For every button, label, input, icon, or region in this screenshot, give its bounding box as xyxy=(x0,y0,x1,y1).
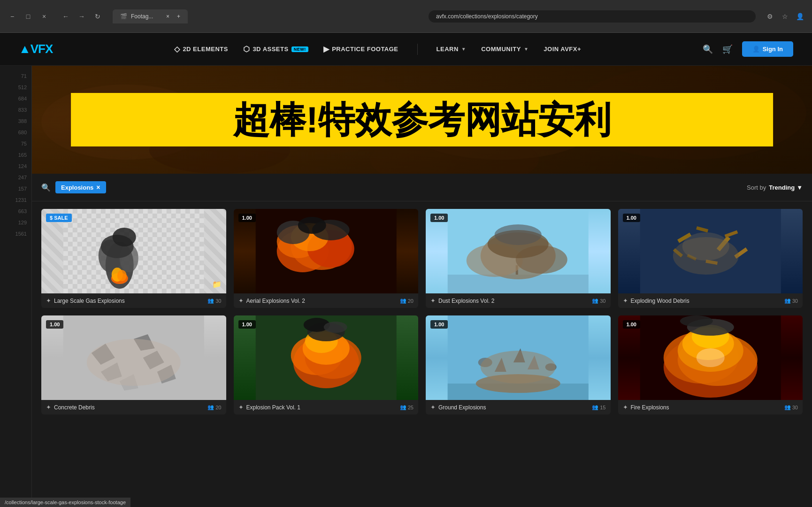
thumb-svg xyxy=(618,209,803,293)
item-type-icon: ✦ xyxy=(430,404,436,411)
signin-button[interactable]: 👤 Sign In xyxy=(742,41,793,57)
count-icon: 👥 xyxy=(784,404,791,410)
list-item[interactable]: 1.00 ✦ Dust Explosions Vol. 2 👥 30 xyxy=(426,209,611,308)
nav-join[interactable]: JOIN AVFX+ xyxy=(544,46,581,53)
thumbnail-fire4: 1.00 xyxy=(618,315,803,400)
item-count: 👥 30 xyxy=(207,298,221,304)
sidebar-num-4: 833 xyxy=(0,104,31,115)
minimize-button[interactable]: − xyxy=(6,10,19,23)
nav-join-label: JOIN AVFX+ xyxy=(544,46,581,53)
item-type-icon: ✦ xyxy=(238,404,244,411)
count-icon: 👥 xyxy=(592,298,598,304)
list-item[interactable]: 1.00 ✦ Ground Explosions 👥 15 xyxy=(426,315,611,415)
address-bar[interactable]: avfx.com/collections/explosions/category xyxy=(429,10,756,23)
sidebar-num-10: 247 xyxy=(0,172,31,183)
price-badge: 1.00 xyxy=(46,320,63,329)
nav-2d-label: 2D ELEMENTS xyxy=(183,46,228,53)
extensions-button[interactable]: ⚙ xyxy=(763,10,776,23)
tab-favicon: 🎬 xyxy=(120,13,127,20)
bottom-url-tooltip: /collections/large-scale-gas-explosions-… xyxy=(0,498,130,507)
refresh-button[interactable]: ↻ xyxy=(91,10,104,23)
user-profile-button[interactable]: 👤 xyxy=(793,10,806,23)
nav-learn[interactable]: LEARN ▼ xyxy=(437,46,467,53)
sidebar-num-1: 71 xyxy=(0,70,31,82)
item-count: 👥 30 xyxy=(784,298,798,304)
item-count: 👥 20 xyxy=(400,298,414,304)
forward-button[interactable]: → xyxy=(75,10,88,23)
search-button[interactable]: 🔍 xyxy=(703,44,713,54)
site-logo[interactable]: ▲VFX xyxy=(19,42,53,56)
sidebar-num-12: 1231 xyxy=(0,194,31,206)
learn-chevron-icon: ▼ xyxy=(461,46,466,52)
hero-yellow-banner: 超棒!特效参考网站安利 xyxy=(71,93,773,146)
browser-tab[interactable]: 🎬 Footag... × + xyxy=(113,9,188,23)
sidebar-num-9: 124 xyxy=(0,161,31,172)
svg-point-82 xyxy=(680,315,712,327)
cart-button[interactable]: 🛒 xyxy=(722,44,733,54)
signin-label: Sign In xyxy=(763,46,783,53)
item-footer: ✦ Aerial Explosions Vol. 2 👥 20 xyxy=(234,293,419,308)
back-button[interactable]: ← xyxy=(59,10,72,23)
nav-3d-assets[interactable]: ⬡ 3D ASSETS New! xyxy=(243,45,308,54)
filter-tag-remove-button[interactable]: × xyxy=(96,184,100,191)
list-item[interactable]: ▶ 下载 视频 2 ▼ xyxy=(41,209,226,308)
price-badge: 1.00 xyxy=(238,320,256,329)
sidebar-num-6: 680 xyxy=(0,127,31,138)
new-badge: New! xyxy=(291,46,308,52)
tab-close-icon[interactable]: × xyxy=(166,13,169,20)
thumb-svg xyxy=(41,315,226,400)
community-chevron-icon: ▼ xyxy=(524,46,529,52)
sidebar-num-15: 1561 xyxy=(0,228,31,239)
count-value: 30 xyxy=(792,298,798,304)
item-type-icon: ✦ xyxy=(623,404,628,411)
filter-tag-explosions[interactable]: Explosions × xyxy=(55,181,106,193)
count-icon: 👥 xyxy=(784,298,791,304)
count-icon: 👥 xyxy=(207,298,214,304)
bookmark-button[interactable]: ☆ xyxy=(778,10,791,23)
list-item[interactable]: 1.00 ✦ Aerial Explosions Vol. 2 👥 20 xyxy=(234,209,419,308)
hero-title: 超棒!特效参考网站安利 xyxy=(90,101,754,138)
count-value: 30 xyxy=(215,298,221,304)
item-footer: ✦ Concrete Debris 👥 20 xyxy=(41,400,226,415)
count-value: 20 xyxy=(408,298,414,304)
item-footer: ✦ Ground Explosions 👥 15 xyxy=(426,400,611,415)
svg-point-54 xyxy=(87,339,181,386)
sort-control: Sort by Trending ▼ xyxy=(747,184,803,191)
thumbnail-wood: 1.00 xyxy=(618,209,803,293)
navbar-center: ◇ 2D ELEMENTS ⬡ 3D ASSETS New! ▶ PRACTIC… xyxy=(174,44,581,55)
nav-learn-label: LEARN xyxy=(437,46,459,53)
list-item[interactable]: 1.00 ✦ Fire Explosions 👥 30 xyxy=(618,315,803,415)
item-count: 👥 25 xyxy=(400,404,414,410)
3d-icon: ⬡ xyxy=(243,45,250,54)
sidebar-num-14: 129 xyxy=(0,217,31,228)
folder-icon: 📁 xyxy=(212,280,222,289)
sort-dropdown[interactable]: Trending ▼ xyxy=(769,184,803,191)
hero-banner: 超棒!特效参考网站安利 xyxy=(32,66,812,174)
item-footer: ✦ Explosion Pack Vol. 1 👥 25 xyxy=(234,400,419,415)
nav-community-label: COMMUNITY xyxy=(481,46,521,53)
nav-community[interactable]: COMMUNITY ▼ xyxy=(481,46,529,53)
grid-container: ▶ 下载 视频 2 ▼ xyxy=(32,201,812,430)
item-title: Large Scale Gas Explosions xyxy=(54,298,125,304)
nav-practice-footage[interactable]: ▶ PRACTICE FOOTAGE xyxy=(323,45,398,54)
nav-2d-elements[interactable]: ◇ 2D ELEMENTS xyxy=(174,45,228,54)
sidebar-num-13: 663 xyxy=(0,206,31,217)
grid-row-1: ▶ 下载 视频 2 ▼ xyxy=(41,209,803,308)
price-badge: 1.00 xyxy=(623,214,640,222)
item-type-icon: ✦ xyxy=(430,297,436,304)
main-navbar: ▲VFX ◇ 2D ELEMENTS ⬡ 3D ASSETS New! ▶ PR… xyxy=(0,33,812,66)
sidebar-num-8: 165 xyxy=(0,149,31,161)
maximize-button[interactable]: □ xyxy=(22,10,35,23)
add-tab-button[interactable]: + xyxy=(177,13,180,20)
close-button[interactable]: × xyxy=(38,10,51,23)
count-value: 30 xyxy=(600,298,605,304)
list-item[interactable]: 1.00 ✦ Exploding Wood Debris 👥 30 xyxy=(618,209,803,308)
item-title-row: ✦ Aerial Explosions Vol. 2 xyxy=(238,297,305,304)
count-value: 15 xyxy=(600,405,605,410)
item-footer: ✦ Dust Explosions Vol. 2 👥 30 xyxy=(426,293,611,308)
price-badge: 1.00 xyxy=(623,320,640,329)
thumb-svg xyxy=(234,315,419,400)
thumbnail-debris: 1.00 xyxy=(41,315,226,400)
list-item[interactable]: 1.00 ✦ Concrete Debris 👥 20 xyxy=(41,315,226,415)
list-item[interactable]: 1.00 ✦ Explosion Pack Vol. 1 👥 25 xyxy=(234,315,419,415)
